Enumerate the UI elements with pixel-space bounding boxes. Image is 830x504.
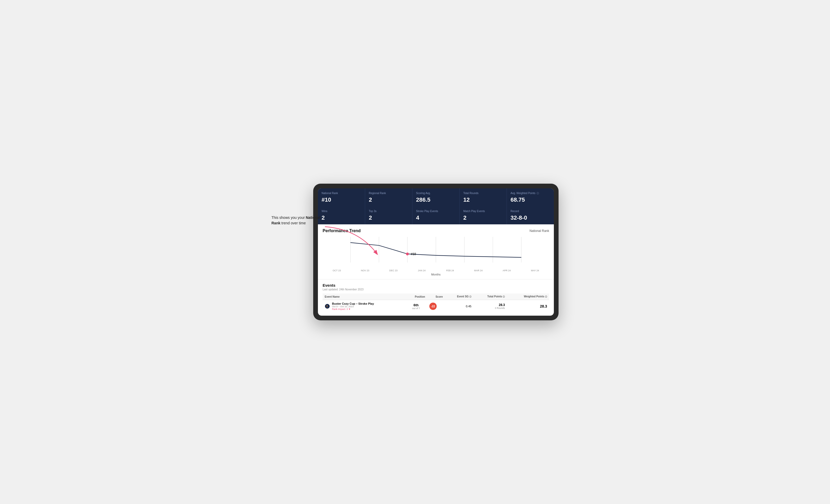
stat-national-rank: National Rank #10	[318, 188, 365, 207]
performance-title: Performance Trend	[323, 229, 361, 233]
screen-content: National Rank #10 Regional Rank 2 Scorin…	[318, 188, 554, 316]
stat-avg-weighted-value: 68.75	[511, 196, 550, 203]
stat-national-rank-value: #10	[322, 196, 361, 203]
x-axis-labels: OCT 23 NOV 23 DEC 23 JAN 24 FEB 24 MAR 2…	[323, 268, 549, 272]
stat-match-play-value: 2	[463, 214, 503, 221]
page-wrapper: This shows you your National Rank trend …	[272, 183, 558, 321]
event-total-points-cell: 28.3 3 Rounds	[474, 300, 507, 313]
stat-record: Record 32-8-0	[507, 206, 554, 224]
event-score-cell: -22	[427, 300, 445, 313]
stat-match-play: Match Play Events 2	[459, 206, 507, 224]
x-label-dec23: DEC 23	[379, 269, 408, 272]
event-position-sub: out of 7	[407, 307, 425, 310]
stats-row-1: National Rank #10 Regional Rank 2 Scorin…	[318, 188, 554, 207]
event-sg: 0.45	[466, 305, 471, 308]
x-label-feb24: FEB 24	[436, 269, 464, 272]
events-table: Event Name Position Score Event SG ⓘ Tot…	[323, 294, 549, 312]
tablet-screen: National Rank #10 Regional Rank 2 Scorin…	[318, 188, 554, 316]
x-label-apr24: APR 24	[492, 269, 521, 272]
stat-avg-weighted: Avg. Weighted Points ⓘ 68.75	[507, 188, 554, 207]
x-label-jan24: JAN 24	[408, 269, 436, 272]
x-label-mar24: MAR 24	[464, 269, 493, 272]
col-header-score: Score	[427, 294, 445, 300]
event-sg-cell: 0.45	[445, 300, 474, 313]
chart-area: #10	[323, 237, 549, 268]
chart-x-title: Months	[323, 273, 549, 276]
stat-scoring-avg-value: 286.5	[416, 196, 456, 203]
event-score-badge: -22	[429, 303, 437, 310]
event-name-cell: 🏌 Buster Cozy Cup – Stroke Play Oct 9 – …	[323, 300, 405, 313]
stat-wins-value: 2	[322, 214, 361, 221]
stat-match-play-label: Match Play Events	[463, 209, 503, 213]
event-date: Oct 9 – Oct 10, 2023	[332, 305, 374, 308]
stats-row-2: Wins 2 Top 3s 2 Stroke Play Events 4 Mat…	[318, 206, 554, 224]
svg-text:#10: #10	[411, 252, 416, 256]
stat-top3s-label: Top 3s	[369, 209, 409, 213]
stat-record-label: Record	[511, 209, 550, 213]
event-position-cell: 6th out of 7	[405, 300, 427, 313]
stat-avg-weighted-label: Avg. Weighted Points ⓘ	[511, 192, 550, 195]
stat-record-value: 32-8-0	[511, 214, 550, 221]
col-header-event-sg: Event SG ⓘ	[445, 294, 474, 300]
col-header-event-name: Event Name	[323, 294, 405, 300]
stat-national-rank-label: National Rank	[322, 192, 361, 195]
event-rank-impact: Rank Impact: 3 ▼	[332, 308, 374, 310]
x-label-may24: MAY 24	[521, 269, 549, 272]
stat-total-rounds-value: 12	[463, 196, 503, 203]
svg-point-8	[406, 253, 409, 256]
stat-regional-rank: Regional Rank 2	[365, 188, 412, 207]
event-total-points: 28.3	[476, 303, 505, 307]
event-info: Buster Cozy Cup – Stroke Play Oct 9 – Oc…	[332, 302, 374, 310]
stat-wins-label: Wins	[322, 209, 361, 213]
events-title: Events	[323, 283, 549, 288]
annotation-text: This shows you your National Rank trend …	[272, 215, 324, 226]
table-header-row: Event Name Position Score Event SG ⓘ Tot…	[323, 294, 549, 300]
event-type-icon: 🏌	[325, 304, 330, 309]
col-header-position: Position	[405, 294, 427, 300]
svg-text:🏌: 🏌	[326, 305, 329, 308]
stat-top3s-value: 2	[369, 214, 409, 221]
stat-wins: Wins 2	[318, 206, 365, 224]
stat-top3s: Top 3s 2	[365, 206, 412, 224]
x-label-oct23: OCT 23	[323, 269, 351, 272]
event-total-rounds: 3 Rounds	[476, 307, 505, 309]
performance-chart: #10	[323, 237, 549, 268]
events-updated: Last updated: 24th November 2023	[323, 288, 549, 291]
stat-stroke-play-label: Stroke Play Events	[416, 209, 456, 213]
event-weighted-points-cell: 28.3	[507, 300, 549, 313]
stat-total-rounds: Total Rounds 12	[459, 188, 507, 207]
stat-regional-rank-value: 2	[369, 196, 409, 203]
event-name: Buster Cozy Cup – Stroke Play	[332, 302, 374, 305]
event-weighted-points: 28.3	[540, 304, 547, 308]
event-position: 6th	[407, 303, 425, 307]
performance-section: Performance Trend National Rank	[318, 224, 554, 279]
performance-subtitle: National Rank	[530, 229, 549, 233]
stat-scoring-avg-label: Scoring Avg.	[416, 192, 456, 195]
col-header-total-points: Total Points ⓘ	[474, 294, 507, 300]
stat-scoring-avg: Scoring Avg. 286.5	[412, 188, 459, 207]
stat-stroke-play: Stroke Play Events 4	[412, 206, 459, 224]
stat-stroke-play-value: 4	[416, 214, 456, 221]
stat-regional-rank-label: Regional Rank	[369, 192, 409, 195]
x-label-nov23: NOV 23	[351, 269, 380, 272]
events-section: Events Last updated: 24th November 2023 …	[318, 279, 554, 316]
tablet-frame: National Rank #10 Regional Rank 2 Scorin…	[313, 183, 558, 321]
performance-header: Performance Trend National Rank	[323, 229, 549, 233]
col-header-weighted-points: Weighted Points ⓘ	[507, 294, 549, 300]
stat-total-rounds-label: Total Rounds	[463, 192, 503, 195]
table-row: 🏌 Buster Cozy Cup – Stroke Play Oct 9 – …	[323, 300, 549, 313]
